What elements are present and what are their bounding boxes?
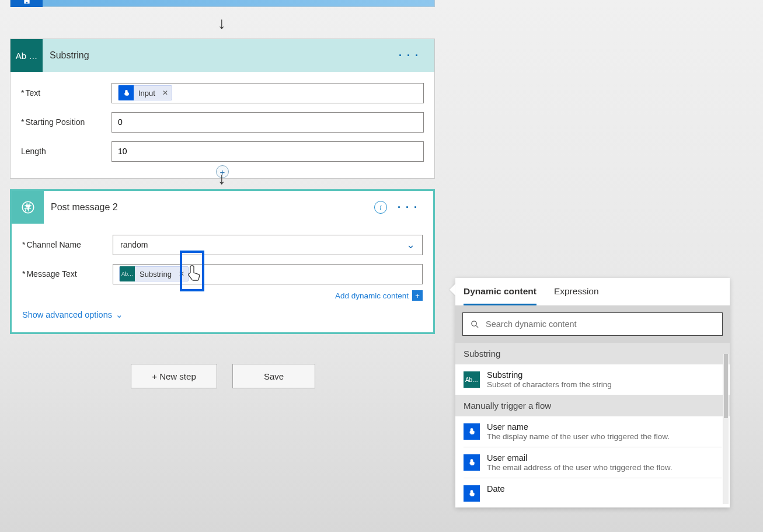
input-token-label: Input [138,89,159,98]
substring-start-input[interactable] [112,112,424,133]
starting-position-field[interactable] [118,117,417,127]
substring-token[interactable]: Ab… Substring ✕ [119,266,189,281]
search-icon [470,319,480,329]
add-dynamic-content-button[interactable]: + [412,290,423,301]
finger-tap-icon [464,423,480,440]
message-text-label: *Message Text [22,269,113,279]
substring-action-icon: Ab … [11,39,43,72]
add-dynamic-content-link[interactable]: Add dynamic content [335,291,409,300]
tab-dynamic-content[interactable]: Dynamic content [464,286,536,305]
post-card-title: Post message 2 [44,202,374,213]
dc-panel-scrollbar[interactable] [723,354,729,504]
dc-section-header: Manually trigger a flow [455,395,730,416]
dc-item-user-email[interactable]: User email The email address of the user… [464,447,722,478]
substring-action-icon: Ab… [120,266,135,281]
substring-text-input[interactable]: Input ✕ [112,83,424,103]
arrow-down-icon: ↓ [218,14,226,33]
substring-card[interactable]: Ab … Substring · · · *Text Input ✕ [10,39,435,179]
substring-length-row: Length [21,138,424,164]
arrow-down-icon: ↓ [218,169,226,188]
dc-section-header: Substring [455,343,730,364]
channel-name-label: *Channel Name [22,240,113,249]
substring-card-menu-button[interactable]: · · · [394,47,424,64]
substring-token-remove[interactable]: ✕ [175,270,188,278]
dc-item-user-name[interactable]: User name The display name of the user w… [464,416,722,447]
substring-length-label: Length [21,147,112,156]
finger-tap-icon [464,454,480,471]
dc-item-title: User name [487,422,670,432]
save-button[interactable]: Save [232,364,315,388]
dc-item-desc: Subset of characters from the string [487,380,612,389]
trigger-card[interactable] [10,0,435,7]
channel-name-select[interactable]: random ⌄ [113,235,423,255]
dc-item-title: User email [487,453,672,463]
svg-line-2 [476,325,479,328]
substring-start-label: *Starting Position [21,117,112,127]
dynamic-content-search-field[interactable] [486,319,715,329]
dynamic-content-search[interactable] [462,312,723,336]
input-token-remove[interactable]: ✕ [159,89,172,97]
info-icon[interactable]: i [374,201,387,214]
substring-length-input[interactable] [112,141,424,162]
dc-panel-scroll-thumb[interactable] [724,354,728,418]
slack-action-icon: # [12,191,44,224]
tab-expression[interactable]: Expression [554,286,599,305]
post-message-card[interactable]: # Post message 2 i · · · *Channel Name r… [10,189,435,334]
finger-tap-icon [119,85,134,100]
show-advanced-options-link[interactable]: Show advanced options ⌄ [22,308,423,322]
message-text-input[interactable]: Ab… Substring ✕ [113,264,423,284]
message-text-row: *Message Text Ab… Substring ✕ [22,261,423,287]
substring-action-icon: Ab… [464,371,480,388]
dc-item-desc: The email address of the user who trigge… [487,463,672,472]
dynamic-content-panel: Dynamic content Expression Substring Ab…… [455,278,730,507]
post-card-header[interactable]: # Post message 2 i · · · [12,191,433,224]
substring-start-row: *Starting Position [21,109,424,135]
trigger-icon [11,0,43,7]
input-token[interactable]: Input ✕ [118,85,172,100]
new-step-button[interactable]: + New step [131,364,217,388]
substring-card-header[interactable]: Ab … Substring · · · [11,39,434,72]
substring-text-row: *Text Input ✕ [21,80,424,106]
dc-item-substring[interactable]: Ab… Substring Subset of characters from … [464,364,722,395]
chevron-down-icon: ⌄ [116,310,123,319]
finger-tap-icon [464,485,480,502]
dc-item-title: Date [487,484,505,493]
channel-name-row: *Channel Name random ⌄ [22,232,423,258]
substring-card-title: Substring [43,50,394,61]
length-field[interactable] [118,147,417,156]
chevron-down-icon: ⌄ [406,238,415,251]
substring-text-label: *Text [21,88,112,98]
panel-caret-icon [450,284,455,295]
dc-item-title: Substring [487,370,612,380]
channel-name-value: random [120,240,148,249]
post-card-menu-button[interactable]: · · · [393,199,423,216]
substring-token-label: Substring [140,270,175,279]
dc-item-date[interactable]: Date [464,478,722,507]
svg-point-1 [472,321,477,326]
dc-item-desc: The display name of the user who trigger… [487,432,670,441]
